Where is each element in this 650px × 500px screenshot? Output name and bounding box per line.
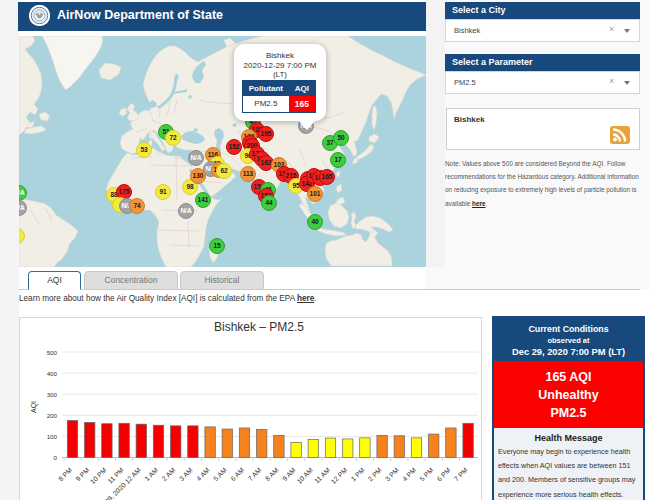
svg-text:300: 300 <box>47 391 58 398</box>
svg-text:7 PM: 7 PM <box>453 466 469 482</box>
svg-text:8 PM: 8 PM <box>57 466 73 482</box>
svg-text:5 AM: 5 AM <box>212 466 228 482</box>
svg-text:10 AM: 10 AM <box>295 466 314 485</box>
svg-text:7 AM: 7 AM <box>246 466 262 482</box>
svg-text:10 PM: 10 PM <box>89 466 108 485</box>
svg-text:11 AM: 11 AM <box>313 466 331 484</box>
svg-text:1 AM: 1 AM <box>143 466 159 482</box>
svg-text:500: 500 <box>47 349 58 356</box>
svg-text:8 AM: 8 AM <box>264 466 280 482</box>
svg-text:200: 200 <box>47 412 58 419</box>
svg-text:6 AM: 6 AM <box>229 466 245 482</box>
svg-text:5 PM: 5 PM <box>418 466 434 482</box>
svg-text:4 AM: 4 AM <box>195 466 211 482</box>
svg-text:6 PM: 6 PM <box>435 466 451 482</box>
svg-text:AQI: AQI <box>30 401 38 413</box>
svg-text:4 PM: 4 PM <box>401 466 417 482</box>
svg-text:12 PM: 12 PM <box>330 466 349 485</box>
svg-text:3 AM: 3 AM <box>178 466 194 482</box>
svg-text:Bishkek – PM2.5: Bishkek – PM2.5 <box>214 320 304 334</box>
svg-text:100: 100 <box>47 433 58 440</box>
svg-text:2 PM: 2 PM <box>367 466 383 482</box>
svg-text:2 AM: 2 AM <box>160 466 176 482</box>
svg-text:3 PM: 3 PM <box>384 466 400 482</box>
svg-text:400: 400 <box>47 370 58 377</box>
svg-text:1 PM: 1 PM <box>349 466 365 482</box>
svg-text:0: 0 <box>54 454 58 461</box>
